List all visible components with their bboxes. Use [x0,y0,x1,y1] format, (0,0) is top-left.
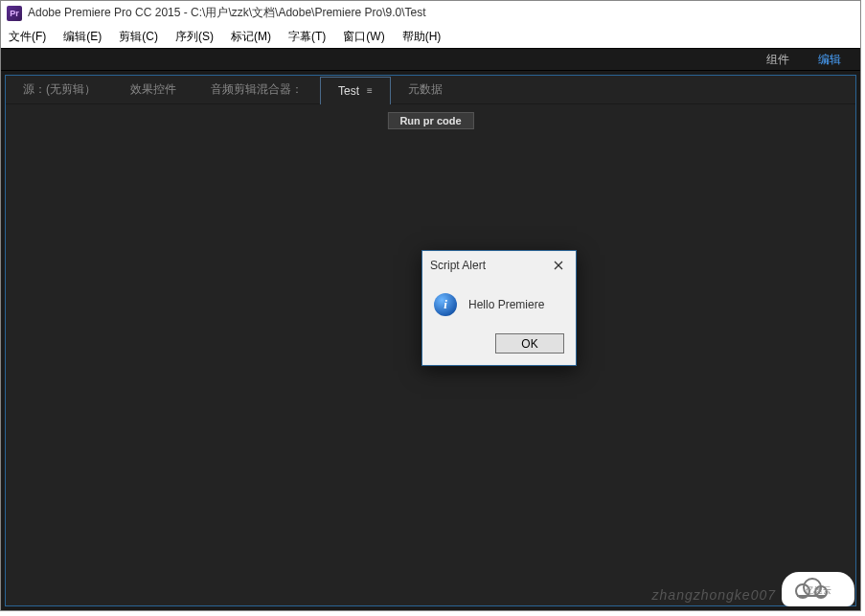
panel-tab-label: Test [338,84,359,98]
workspace-tab-editing[interactable]: 编辑 [818,52,841,68]
menu-sequence[interactable]: 序列(S) [175,29,214,45]
dialog-body: i Hello Premiere [422,280,576,326]
menu-help[interactable]: 帮助(H) [402,29,442,45]
close-icon [554,261,563,270]
dialog-title-text: Script Alert [430,259,486,272]
watermark-text: zhangzhongke007 [652,587,776,603]
title-bar: Pr Adobe Premiere Pro CC 2015 - C:\用户\zz… [1,1,860,25]
panel-tab-label: 源：(无剪辑） [23,81,96,98]
workspace-tabs: 组件 编辑 [1,48,860,71]
logo-text: 亿速云 [805,585,831,595]
script-alert-dialog: Script Alert i Hello Premiere OK [421,250,577,366]
app-window: Pr Adobe Premiere Pro CC 2015 - C:\用户\zz… [0,0,861,611]
panel-tab-label: 效果控件 [130,81,176,98]
app-icon-text: Pr [10,9,19,18]
dialog-message: Hello Premiere [468,298,544,311]
panel-tab-test[interactable]: Test ≡ [320,77,391,104]
workspace-tab-assembly[interactable]: 组件 [766,52,789,68]
menu-window[interactable]: 窗口(W) [343,29,384,45]
dialog-title-bar[interactable]: Script Alert [422,251,576,280]
panel-menu-icon[interactable]: ≡ [367,85,373,96]
panel-tab-source[interactable]: 源：(无剪辑） [6,76,113,103]
menu-title[interactable]: 字幕(T) [288,29,326,45]
window-title: Adobe Premiere Pro CC 2015 - C:\用户\zzk\文… [28,5,426,21]
menu-bar: 文件(F) 编辑(E) 剪辑(C) 序列(S) 标记(M) 字幕(T) 窗口(W… [1,25,860,48]
info-icon: i [434,293,457,316]
panel-tab-label: 音频剪辑混合器： [211,81,303,98]
app-icon: Pr [7,6,22,21]
menu-clip[interactable]: 剪辑(C) [119,29,158,45]
panel-tab-effects[interactable]: 效果控件 [113,76,193,103]
panel-tabs: 源：(无剪辑） 效果控件 音频剪辑混合器： Test ≡ 元数据 [6,76,855,104]
menu-marker[interactable]: 标记(M) [231,29,271,45]
panel-tab-metadata[interactable]: 元数据 [391,76,460,103]
dialog-footer: OK [422,326,576,365]
panel-tab-audiomixer[interactable]: 音频剪辑混合器： [193,76,320,103]
dialog-close-button[interactable] [549,256,568,275]
watermark-logo: 亿速云 [782,572,854,606]
menu-edit[interactable]: 编辑(E) [63,29,102,45]
panel-tab-label: 元数据 [408,81,443,98]
run-code-button[interactable]: Run pr code [387,112,473,129]
ok-button[interactable]: OK [495,333,564,354]
menu-file[interactable]: 文件(F) [9,29,46,45]
cloud-icon: 亿速云 [789,576,847,603]
